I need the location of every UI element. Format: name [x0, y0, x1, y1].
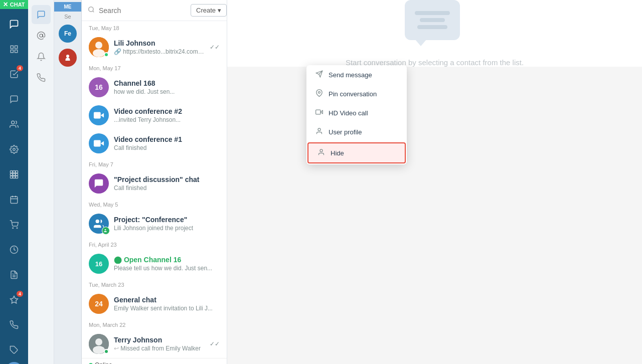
chat-panel	[28, 0, 54, 364]
conv-preview-oc16: Please tell us how we did. Just sen...	[114, 265, 220, 272]
conv-name-channel168: Channel 168	[114, 79, 220, 87]
bubble-line-3	[417, 25, 447, 29]
conv-preview-terry: ↩ Missed call from Emily Walker	[114, 345, 205, 352]
svg-rect-1	[15, 46, 18, 48]
svg-point-28	[89, 7, 93, 12]
conv-item-openchannel16[interactable]: 16 ⬤ Open Channel 16 Please tell us how …	[82, 250, 227, 278]
main-content-empty: Start conversation by selecting a contac…	[227, 0, 642, 67]
svg-marker-35	[101, 141, 104, 145]
conv-avatar-terry	[89, 334, 109, 354]
date-divider-may18: Tue, May 18	[82, 21, 227, 33]
svg-rect-12	[11, 176, 13, 178]
conv-item-lili-johnson[interactable]: Lili Johnson 🔗 https://bxtesto...bitrix2…	[82, 33, 227, 61]
conv-item-channel168[interactable]: 16 Channel 168 how we did. Just sen...	[82, 73, 227, 101]
sidebar-icon-calendar[interactable]	[3, 189, 25, 211]
chat-label: CHAT	[10, 2, 25, 8]
sidebar-icon-chat[interactable]	[3, 13, 25, 35]
conv-item-general-chat[interactable]: 24 General chat Emily Walker sent invita…	[82, 290, 227, 318]
svg-point-26	[40, 34, 43, 37]
user-profile-icon	[314, 127, 324, 136]
search-icon	[88, 6, 95, 15]
star-badge: 4	[17, 291, 23, 297]
chat-button[interactable]: × CHAT	[0, 0, 28, 9]
conv-avatar-channel168: 16	[89, 77, 109, 97]
mini-avatar-fe[interactable]: Fe	[59, 25, 77, 43]
sidebar-icon-time[interactable]	[3, 239, 25, 261]
svg-point-37	[96, 220, 99, 223]
conv-preview-gc: Emily Walker sent invitation to Lili J..…	[114, 305, 220, 312]
ctx-send-message[interactable]: Send message	[306, 65, 407, 84]
chat-panel-mentions[interactable]	[32, 26, 51, 45]
svg-rect-11	[16, 173, 18, 176]
svg-point-48	[320, 149, 323, 152]
ctx-hide-label: Hide	[331, 149, 344, 157]
conversation-list: Create ▾ Tue, May 18 Lili Johnson 🔗 http…	[82, 0, 227, 364]
ctx-hide[interactable]: Hide	[307, 142, 406, 163]
status-dropdown-arrow[interactable]: ▾	[114, 362, 117, 365]
conv-preview-conf: Lili Johnson joined the project	[114, 225, 220, 232]
left-sidebar: × CHAT 4	[0, 0, 28, 364]
conv-info-lili: Lili Johnson 🔗 https://bxtesto...bitrix2…	[114, 39, 205, 55]
conv-info-oc16: ⬤ Open Channel 16 Please tell us how we …	[114, 256, 220, 272]
date-divider-may17: Mon, May 17	[82, 61, 227, 73]
conv-info-pd: "Project discussion" chat Call finished	[114, 175, 220, 192]
search-input[interactable]	[99, 7, 187, 15]
mini-avatar-user[interactable]	[59, 49, 77, 67]
ctx-pin-conversation[interactable]: Pin conversation	[306, 84, 407, 103]
conv-avatar-gc: 24	[89, 294, 109, 314]
ctx-user-profile[interactable]: User profile	[306, 122, 407, 141]
pin-icon	[314, 89, 324, 98]
empty-state-illustration	[405, 0, 465, 50]
sidebar-icon-shop[interactable]	[3, 214, 25, 236]
sidebar-icon-tasks[interactable]: 4	[3, 63, 25, 85]
sidebar-icon-people[interactable]	[3, 113, 25, 135]
sidebar-icon-star[interactable]: 4	[3, 289, 25, 311]
create-button[interactable]: Create ▾	[191, 4, 227, 17]
date-divider-may7: Fri, May 7	[82, 157, 227, 169]
conv-info-conf: Project: "Conference" Lili Johnson joine…	[114, 216, 220, 232]
sidebar-icon-feed[interactable]	[3, 88, 25, 110]
sidebar-icon-apps[interactable]	[3, 163, 25, 186]
sidebar-icon-puzzle[interactable]	[3, 339, 25, 361]
conv-item-vc1[interactable]: Video conference #1 Call finished	[82, 129, 227, 157]
sidebar-icon-settings[interactable]	[3, 138, 25, 160]
conv-item-vc2[interactable]: Video conference #2 ...invited Terry Joh…	[82, 101, 227, 129]
conv-preview-vc2: ...invited Terry Johnson...	[114, 116, 220, 123]
svg-rect-34	[94, 112, 101, 119]
conv-item-project-discussion[interactable]: "Project discussion" chat Call finished	[82, 169, 227, 198]
svg-rect-36	[94, 140, 101, 147]
svg-rect-7	[13, 171, 16, 173]
avatar-ts[interactable]: TS	[6, 362, 23, 364]
conv-preview-channel168: how we did. Just sen...	[114, 88, 220, 95]
conv-preview-lili: 🔗 https://bxtesto...bitrix24.com/~...	[114, 48, 205, 55]
conv-avatar-vc2	[89, 105, 109, 125]
date-divider-march22: Mon, March 22	[82, 318, 227, 330]
create-arrow-icon: ▾	[218, 7, 221, 14]
empty-chat-bubble	[405, 0, 460, 40]
conv-info-vc1: Video conference #1 Call finished	[114, 135, 220, 151]
ctx-profile-label: User profile	[329, 128, 362, 136]
conv-item-conference[interactable]: Project: "Conference" Lili Johnson joine…	[82, 210, 227, 238]
ctx-send-message-label: Send message	[329, 71, 372, 79]
conv-item-terry-johnson[interactable]: Terry Johnson ↩ Missed call from Emily W…	[82, 330, 227, 358]
conversation-scroll[interactable]: Tue, May 18 Lili Johnson 🔗 https://bxtes…	[82, 21, 227, 364]
chat-panel-phone[interactable]	[32, 68, 51, 87]
conv-name-gc: General chat	[114, 296, 220, 304]
conv-preview-vc1: Call finished	[114, 144, 220, 151]
ctx-hd-video-call[interactable]: HD Video call	[306, 103, 407, 122]
status-bar: Online ▾	[82, 358, 227, 364]
check-terry: ✓✓	[210, 340, 220, 347]
sidebar-icon-phone[interactable]	[3, 314, 25, 336]
sidebar-icon-documents[interactable]	[3, 264, 25, 286]
conv-info-terry: Terry Johnson ↩ Missed call from Emily W…	[114, 336, 205, 352]
svg-point-19	[13, 228, 14, 229]
conv-name-vc1: Video conference #1	[114, 135, 220, 143]
svg-point-5	[13, 148, 16, 151]
svg-point-38	[105, 229, 106, 231]
conv-name-terry: Terry Johnson	[114, 336, 205, 344]
chat-panel-messages[interactable]	[32, 5, 51, 24]
chat-panel-notifications[interactable]	[32, 47, 51, 66]
conv-name-oc16: ⬤ Open Channel 16	[114, 256, 220, 264]
sidebar-icon-grid[interactable]	[3, 38, 25, 60]
svg-rect-2	[11, 50, 13, 53]
